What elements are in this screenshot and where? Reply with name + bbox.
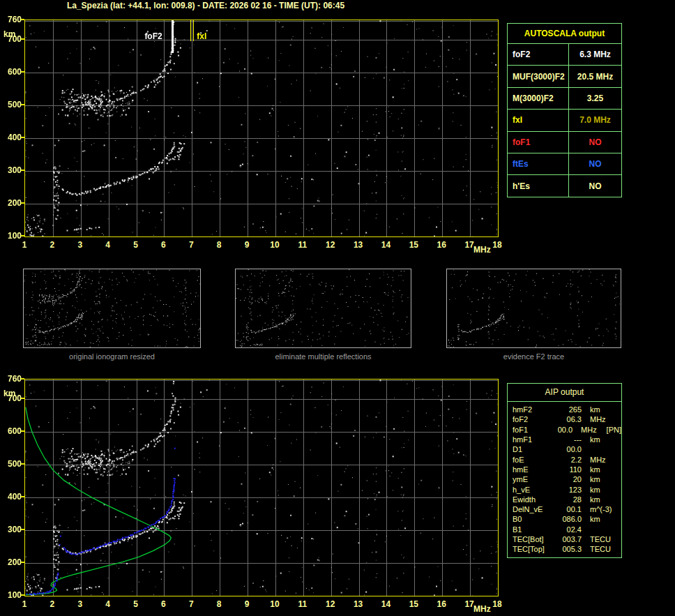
- aip-cell: TEC[Bot]: [513, 535, 554, 543]
- x-tick-label: 13: [351, 599, 365, 609]
- aip-cell: km: [590, 465, 619, 474]
- aip-panel: AIP output hmF2265kmfoF206.3MHzfoF100.0M…: [507, 383, 622, 558]
- autoscala-row-label: MUF(3000)F2: [508, 66, 568, 87]
- aip-cell: hmF1: [513, 435, 554, 444]
- aip-cell: B0: [513, 515, 554, 523]
- x-axis-unit-label: MHz: [473, 245, 491, 255]
- autoscala-row-value: 6.3 MHz: [568, 44, 621, 65]
- x-tick-label: 8: [212, 240, 226, 250]
- x-tick-label: 9: [240, 599, 254, 609]
- x-tick-label: 6: [156, 240, 170, 250]
- y-tick-mark: [21, 594, 24, 596]
- y-tick-mark: [21, 170, 24, 171]
- aip-cell: 005.3: [554, 545, 582, 553]
- y-tick-label: 760: [1, 15, 22, 24]
- autoscala-row-label: foF2: [508, 44, 568, 65]
- autoscala-row-value: 7.0 MHz: [568, 110, 621, 130]
- thumbnail-evidence-canvas: [447, 269, 621, 347]
- aip-row-deln-ve: DelN_vE00.1m^(-3): [508, 504, 621, 514]
- aip-cell: foE: [513, 456, 554, 464]
- aip-row-tec-top-: TEC[Top]005.3TECU: [508, 544, 621, 554]
- aip-cell: ymE: [513, 475, 554, 483]
- thumbnail-caption: original ionogram resized: [23, 352, 201, 361]
- page-title: La_Spezia (lat: +44.1, lon: 009.8) - DAT…: [24, 1, 387, 10]
- y-tick-label: 500: [1, 100, 22, 110]
- aip-row-fof1: foF100.0MHz[PN]: [508, 425, 621, 435]
- x-axis-unit-label: MHz: [473, 604, 491, 614]
- autoscala-row-label: fxI: [508, 110, 568, 130]
- thumbnail-original-ionogram: [23, 269, 201, 348]
- aip-row-hmf1: hmF1---km: [508, 435, 621, 444]
- aip-rows: hmF2265kmfoF206.3MHzfoF100.0MHz[PN]hmF1-…: [508, 402, 621, 554]
- autoscala-row-label: M(3000)F2: [508, 88, 568, 109]
- aip-cell: 20: [554, 475, 582, 483]
- x-tick-label: 5: [129, 240, 143, 250]
- aip-cell: hmE: [513, 465, 554, 474]
- fxi-marker-line: [193, 20, 194, 41]
- fof2-marker-line: [172, 20, 174, 53]
- fxi-marker-label: fxI: [197, 31, 206, 41]
- x-tick-label: 3: [73, 599, 87, 609]
- aip-cell: 123: [554, 486, 582, 494]
- aip-cell: km: [590, 495, 619, 504]
- aip-row-ewidth: Ewidth28km: [508, 495, 621, 504]
- y-axis-unit-label: km: [3, 29, 15, 39]
- aip-row-hmf2: hmF2265km: [508, 405, 621, 414]
- x-tick-label: 14: [379, 599, 393, 609]
- autoscala-row-label: foF1: [508, 132, 568, 153]
- aip-cell: foF2: [513, 415, 554, 423]
- aip-cell: 2.2: [554, 456, 582, 464]
- thumbnail-evidence-f2: [446, 269, 621, 348]
- x-tick-label: 2: [45, 240, 59, 250]
- ionogram-profile-chart: [24, 379, 499, 596]
- y-tick-label: 600: [1, 67, 22, 77]
- x-tick-label: 10: [268, 599, 282, 609]
- aip-cell: m^(-3): [590, 505, 619, 513]
- y-tick-mark: [21, 137, 24, 138]
- aip-row-fof2: foF206.3MHz: [508, 414, 621, 424]
- autoscala-screen: La_Spezia (lat: +44.1, lon: 009.8) - DAT…: [0, 0, 675, 616]
- autoscala-row-h-es: h'EsNO: [508, 175, 621, 196]
- y-tick-mark: [21, 104, 24, 105]
- aip-cell: h_vE: [513, 486, 554, 494]
- autoscala-row-fof1: foF1NO: [508, 132, 621, 153]
- aip-cell: km: [590, 475, 619, 483]
- y-tick-mark: [21, 398, 24, 399]
- autoscala-row-fxi: fxI7.0 MHz: [508, 110, 621, 131]
- autoscala-row-value: 20.5 MHz: [568, 66, 621, 87]
- ionogram-main-canvas: [25, 20, 498, 236]
- x-tick-label: 13: [351, 240, 365, 250]
- x-tick-label: 11: [296, 599, 310, 609]
- y-tick-mark: [21, 202, 24, 204]
- aip-cell: 28: [554, 495, 582, 504]
- autoscala-row-value: NO: [568, 153, 621, 174]
- ionogram-profile-canvas: [25, 380, 498, 596]
- autoscala-row-muf-3000-f2: MUF(3000)F220.5 MHz: [508, 66, 621, 87]
- y-tick-label: 500: [1, 459, 22, 469]
- aip-row-foe: foE2.2MHz: [508, 454, 621, 464]
- aip-cell: 00.0: [548, 426, 572, 434]
- y-tick-mark: [21, 235, 24, 236]
- x-tick-label: 16: [434, 240, 448, 250]
- x-tick-label: 15: [407, 599, 420, 609]
- thumbnail-eliminate-reflections: [235, 269, 411, 348]
- aip-cell: 003.7: [554, 535, 582, 543]
- x-tick-label: 7: [184, 599, 198, 609]
- ionogram-main-chart: foF2 fxI: [24, 20, 499, 237]
- y-tick-mark: [21, 38, 24, 40]
- aip-cell: DelN_vE: [513, 505, 554, 513]
- aip-cell: hmF2: [513, 405, 554, 414]
- aip-cell: 00.1: [554, 505, 582, 513]
- x-tick-label: 9: [240, 240, 254, 250]
- y-tick-label: 760: [1, 374, 22, 384]
- autoscala-row-ftes: ftEsNO: [508, 153, 621, 175]
- aip-cell: 02.4: [554, 525, 582, 534]
- y-tick-label: 300: [1, 165, 22, 175]
- aip-cell: MHz: [590, 415, 619, 423]
- x-tick-label: 4: [101, 599, 115, 609]
- aip-cell: 265: [554, 405, 582, 414]
- y-tick-label: 200: [1, 198, 22, 208]
- autoscala-row-fof2: foF26.3 MHz: [508, 44, 621, 66]
- aip-cell: D1: [513, 445, 554, 453]
- x-tick-label: 10: [268, 240, 282, 250]
